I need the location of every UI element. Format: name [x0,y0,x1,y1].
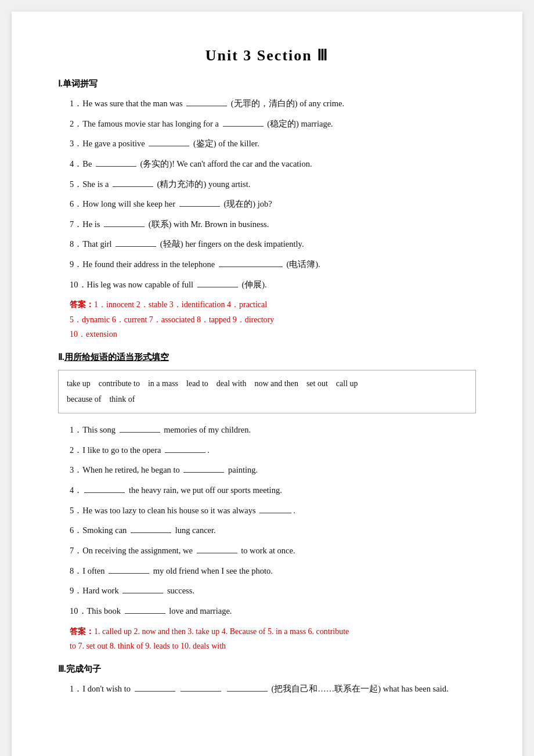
q2-4: 4． the heavy rain, we put off our sports… [70,483,476,498]
phrase-box: take up contribute to in a mass lead to … [58,370,476,413]
section1-header: Ⅰ.单词拼写 [58,78,476,89]
q1-2: 2．The famous movie star has longing for … [70,117,476,131]
page-title: Unit 3 Section Ⅲ [58,46,476,64]
q1-1: 1．He was sure that the man was (无罪的，清白的)… [70,96,476,111]
q2-8: 8．I often my old friend when I see the p… [70,564,476,578]
q1-6: 6．How long will she keep her (现在的) job? [70,197,476,211]
q1-5: 5．She is a (精力充沛的) young artist. [70,177,476,192]
q1-10: 10．His leg was now capable of full (伸展). [70,278,476,292]
q2-6: 6．Smoking can lung cancer. [70,523,476,538]
section2-header: Ⅱ.用所给短语的适当形式填空 [58,352,476,363]
q2-9: 9．Hard work success. [70,584,476,598]
q2-2: 2．I like to go to the opera . [70,443,476,458]
answer-label-1: 答案： [70,300,94,309]
section1-answers: 答案：1．innocent 2．stable 3．identification … [70,297,476,341]
q1-8: 8．That girl (轻敲) her fingers on the desk… [70,237,476,251]
q2-1: 1．This song memories of my children. [70,423,476,437]
page: Unit 3 Section Ⅲ Ⅰ.单词拼写 1．He was sure th… [12,12,522,756]
q1-3: 3．He gave a positive (鉴定) of the killer. [70,136,476,151]
answer-label-2: 答案： [70,627,94,636]
q2-10: 10．This book love and marriage. [70,604,476,618]
q1-9: 9．He found their address in the telephon… [70,257,476,272]
section2-answers: 答案：1. called up 2. now and then 3. take … [70,624,476,653]
q2-7: 7．On receiving the assignment, we to wor… [70,543,476,558]
q2-3: 3．When he retired, he began to painting. [70,463,476,477]
q1-7: 7．He is (联系) with Mr. Brown in business. [70,217,476,232]
section3-header: Ⅲ.完成句子 [58,664,476,675]
q2-5: 5．He was too lazy to clean his house so … [70,503,476,518]
q1-4: 4．Be (务实的)! We can't afford the car and … [70,157,476,171]
q3-1: 1．I don't wish to (把我自己和……联系在一起) what ha… [70,682,476,696]
